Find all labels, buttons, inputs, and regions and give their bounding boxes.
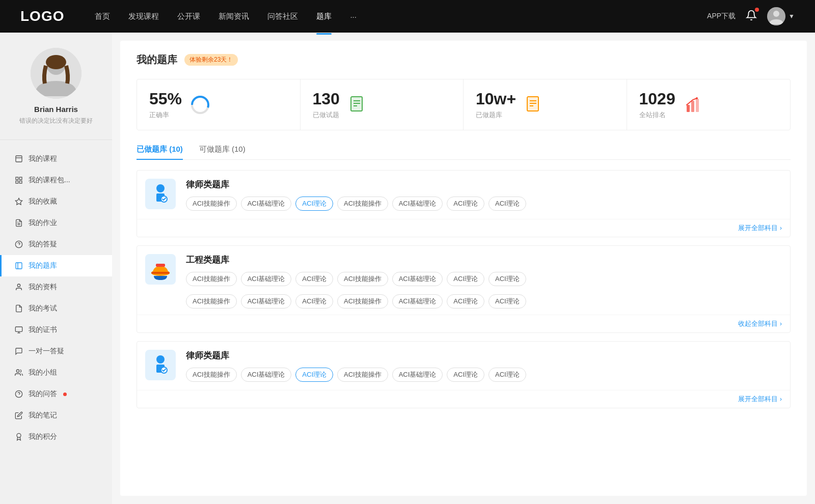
tag[interactable]: ACI基础理论 bbox=[241, 368, 292, 382]
user-avatar-menu[interactable]: ▼ bbox=[767, 7, 795, 25]
nav-home[interactable]: 首页 bbox=[95, 10, 110, 23]
tag[interactable]: ACI技能操作 bbox=[337, 272, 388, 286]
svg-point-25 bbox=[17, 433, 21, 437]
svg-point-18 bbox=[17, 284, 20, 287]
qbank-tags-lawyer-1: ACI技能操作 ACI基础理论 ACI理论 ACI技能操作 ACI基础理论 AC… bbox=[186, 197, 782, 211]
svg-rect-9 bbox=[16, 181, 18, 183]
qbank-section-engineer: 工程类题库 ACI技能操作 ACI基础理论 ACI理论 ACI技能操作 ACI基… bbox=[137, 245, 791, 333]
qbank-name-engineer: 工程类题库 bbox=[186, 254, 782, 266]
svg-rect-47 bbox=[151, 272, 170, 274]
notification-bell[interactable] bbox=[746, 10, 757, 23]
collapse-engineer[interactable]: 收起全部科目 › bbox=[137, 315, 790, 332]
tag[interactable]: ACI理论 bbox=[295, 294, 333, 309]
profile-name: Brian Harris bbox=[34, 105, 78, 114]
tag[interactable]: ACI基础理论 bbox=[241, 294, 292, 309]
tag[interactable]: ACI技能操作 bbox=[337, 197, 388, 211]
svg-rect-7 bbox=[16, 177, 18, 180]
tag[interactable]: ACI理论 bbox=[447, 197, 484, 211]
sidebar-item-points[interactable]: 我的积分 bbox=[0, 426, 112, 447]
tag[interactable]: ACI理论 bbox=[447, 368, 484, 382]
nav-discover[interactable]: 发现课程 bbox=[128, 10, 159, 23]
tab-available[interactable]: 可做题库 (10) bbox=[199, 145, 246, 159]
doc-green-icon bbox=[348, 95, 368, 115]
sidebar-item-qa[interactable]: 我的答疑 bbox=[0, 234, 112, 255]
tag[interactable]: ACI理论 bbox=[488, 368, 526, 382]
tag[interactable]: ACI理论 bbox=[295, 368, 333, 382]
expand-lawyer-2[interactable]: 展开全部科目 › bbox=[137, 390, 790, 408]
qbank-tags-lawyer-2: ACI技能操作 ACI基础理论 ACI理论 ACI技能操作 ACI基础理论 AC… bbox=[186, 368, 782, 382]
sidebar-item-one-on-one[interactable]: 一对一答疑 bbox=[0, 341, 112, 362]
nav-open-course[interactable]: 公开课 bbox=[177, 10, 200, 23]
stat-correct-rate: 55% 正确率 bbox=[137, 79, 301, 130]
tag[interactable]: ACI基础理论 bbox=[392, 272, 443, 286]
app-download-link[interactable]: APP下载 bbox=[707, 12, 736, 21]
qbank-name-lawyer-1: 律师类题库 bbox=[186, 179, 782, 190]
notification-badge bbox=[755, 8, 759, 12]
one-on-one-icon bbox=[14, 347, 23, 356]
nav-more[interactable]: ··· bbox=[350, 10, 357, 23]
sidebar-item-my-courses[interactable]: 我的课程 bbox=[0, 148, 112, 170]
qbank-icon-engineer bbox=[145, 254, 176, 285]
tag[interactable]: ACI技能操作 bbox=[186, 197, 237, 211]
main-content: 我的题库 体验剩余23天！ 55% 正确率 bbox=[120, 41, 807, 496]
group-icon bbox=[14, 368, 23, 377]
logo: LOGO bbox=[20, 8, 64, 24]
tag[interactable]: ACI理论 bbox=[488, 272, 526, 286]
svg-rect-39 bbox=[691, 101, 694, 112]
qbank-extra-tags-engineer: ACI技能操作 ACI基础理论 ACI理论 ACI技能操作 ACI基础理论 AC… bbox=[137, 294, 790, 315]
tag[interactable]: ACI理论 bbox=[295, 272, 333, 286]
nav-qa[interactable]: 问答社区 bbox=[267, 10, 298, 23]
nav-news[interactable]: 新闻资讯 bbox=[219, 10, 249, 23]
exam-icon bbox=[14, 304, 23, 313]
stat-label-rank: 全站排名 bbox=[639, 110, 675, 120]
sidebar-item-exam[interactable]: 我的考试 bbox=[0, 298, 112, 319]
sidebar-profile: Brian Harris 错误的决定比没有决定要好 bbox=[0, 33, 112, 135]
stats-row: 55% 正确率 130 已做试题 bbox=[137, 79, 791, 130]
stat-done-questions: 130 已做试题 bbox=[301, 79, 464, 130]
star-icon bbox=[14, 197, 23, 206]
tag[interactable]: ACI技能操作 bbox=[337, 368, 388, 382]
nav-bank[interactable]: 题库 bbox=[316, 10, 332, 23]
header: LOGO 首页 发现课程 公开课 新闻资讯 问答社区 题库 ··· APP下载 bbox=[0, 0, 815, 33]
tag[interactable]: ACI技能操作 bbox=[186, 294, 237, 309]
tag[interactable]: ACI理论 bbox=[447, 272, 484, 286]
sidebar-item-notes[interactable]: 我的笔记 bbox=[0, 405, 112, 426]
sidebar-item-group[interactable]: 我的小组 bbox=[0, 362, 112, 383]
tag[interactable]: ACI理论 bbox=[488, 294, 526, 309]
sidebar-item-homework[interactable]: 我的作业 bbox=[0, 212, 112, 234]
tag[interactable]: ACI理论 bbox=[488, 197, 526, 211]
tag[interactable]: ACI技能操作 bbox=[337, 294, 388, 309]
tag[interactable]: ACI理论 bbox=[447, 294, 484, 309]
svg-rect-40 bbox=[696, 99, 699, 112]
sidebar-item-certificate[interactable]: 我的证书 bbox=[0, 319, 112, 341]
qbank-header-lawyer-2: 律师类题库 ACI技能操作 ACI基础理论 ACI理论 ACI技能操作 ACI基… bbox=[137, 342, 790, 390]
tag[interactable]: ACI技能操作 bbox=[186, 368, 237, 382]
main-nav: 首页 发现课程 公开课 新闻资讯 问答社区 题库 ··· bbox=[95, 10, 707, 23]
stat-done-banks: 10w+ 已做题库 bbox=[464, 79, 627, 130]
sidebar-item-question-bank[interactable]: 我的题库 bbox=[0, 255, 112, 276]
tab-done[interactable]: 已做题库 (10) bbox=[137, 145, 183, 159]
tag[interactable]: ACI基础理论 bbox=[392, 368, 443, 382]
tag[interactable]: ACI基础理论 bbox=[241, 197, 292, 211]
sidebar-item-course-package[interactable]: 我的课程包... bbox=[0, 170, 112, 191]
svg-rect-8 bbox=[19, 177, 22, 180]
qbank-section-lawyer-1: 律师类题库 ACI技能操作 ACI基础理论 ACI理论 ACI技能操作 ACI基… bbox=[137, 170, 791, 237]
tag[interactable]: ACI基础理论 bbox=[392, 197, 443, 211]
svg-point-1 bbox=[773, 11, 779, 17]
stat-label-done-q: 已做试题 bbox=[313, 110, 340, 120]
tag[interactable]: ACI基础理论 bbox=[392, 294, 443, 309]
svg-point-42 bbox=[156, 184, 165, 192]
qbank-tabs: 已做题库 (10) 可做题库 (10) bbox=[137, 145, 791, 160]
tag[interactable]: ACI理论 bbox=[295, 197, 333, 211]
expand-lawyer-1[interactable]: 展开全部科目 › bbox=[137, 219, 790, 237]
sidebar-item-my-qa[interactable]: 我的问答 bbox=[0, 383, 112, 405]
tag[interactable]: ACI基础理论 bbox=[241, 272, 292, 286]
homework-icon bbox=[14, 218, 23, 228]
sidebar-item-favorites[interactable]: 我的收藏 bbox=[0, 191, 112, 212]
qbank-section-lawyer-2: 律师类题库 ACI技能操作 ACI基础理论 ACI理论 ACI技能操作 ACI基… bbox=[137, 341, 791, 408]
sidebar-item-profile[interactable]: 我的资料 bbox=[0, 276, 112, 298]
stat-value-rank: 1029 bbox=[639, 90, 675, 108]
points-icon bbox=[14, 432, 23, 441]
qbank-icon-lawyer-1 bbox=[145, 179, 176, 209]
tag[interactable]: ACI技能操作 bbox=[186, 272, 237, 286]
